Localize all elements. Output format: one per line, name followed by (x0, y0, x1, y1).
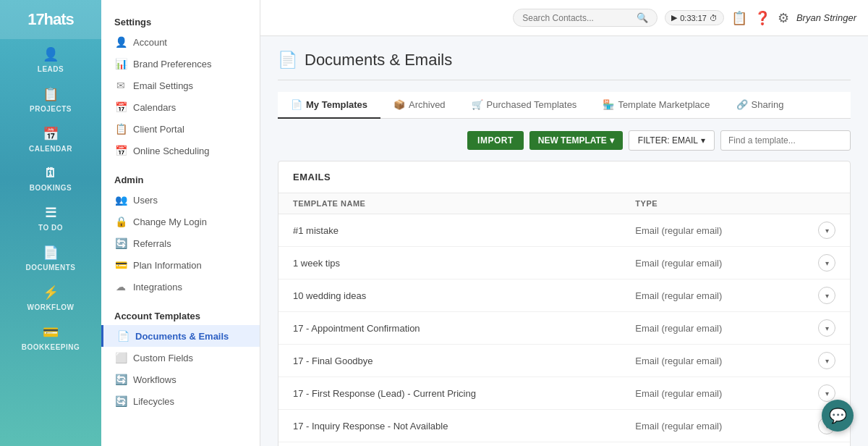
timer-icon: ⏱ (710, 14, 718, 22)
row-dropdown-button[interactable]: ▾ (818, 287, 835, 304)
tab-archived[interactable]: 📦 Archived (380, 92, 459, 119)
integrations-icon: ☁ (114, 281, 127, 293)
tab-archived-icon: 📦 (393, 99, 405, 110)
cell-template-type: Email (regular email) (635, 225, 807, 236)
settings-item-documents-emails[interactable]: 📄 Documents & Emails (101, 325, 260, 347)
settings-item-integrations[interactable]: ☁ Integrations (101, 276, 260, 298)
account-icon: 👤 (114, 36, 127, 48)
table-row: 17 - First Response (Lead) - Current Pri… (278, 377, 850, 410)
help-icon[interactable]: ❓ (754, 10, 770, 26)
todo-icon: ☰ (45, 205, 57, 221)
settings-item-client-portal[interactable]: 📋 Client Portal (101, 118, 260, 140)
table-section-title: EMAILS (278, 161, 850, 193)
table-row: 1 week tips Email (regular email) ▾ (278, 247, 850, 279)
search-input[interactable] (522, 13, 632, 23)
settings-item-workflows[interactable]: 🔄 Workflows (101, 369, 260, 390)
settings-item-online-scheduling[interactable]: 📅 Online Scheduling (101, 140, 260, 161)
logo-area[interactable]: 17hats (0, 0, 101, 39)
settings-item-calendars[interactable]: 📅 Calendars (101, 96, 260, 118)
nav-item-workflow[interactable]: ⚡ WORKFLOW (0, 277, 101, 317)
settings-item-lifecycles[interactable]: 🔄 Lifecycles (101, 390, 260, 412)
nav-item-todo[interactable]: ☰ TO DO (0, 198, 101, 237)
documents-emails-icon: 📄 (116, 330, 129, 342)
settings-item-plan-information[interactable]: 💳 Plan Information (101, 254, 260, 276)
table-row: 17 - Final Goodbye Email (regular email)… (278, 345, 850, 377)
nav-item-documents[interactable]: 📄 DOCUMENTS (0, 237, 101, 277)
account-templates-section-title: Account Templates (101, 305, 260, 325)
cell-template-type: Email (regular email) (635, 388, 807, 399)
chat-icon: 💬 (829, 407, 847, 424)
settings-item-brand-preferences[interactable]: 📊 Brand Preferences (101, 53, 260, 75)
new-template-button[interactable]: NEW TEMPLATE ▾ (529, 131, 623, 150)
nav-item-bookings[interactable]: 🗓 BOOKINGS (0, 159, 101, 198)
play-icon: ▶ (671, 13, 677, 22)
tab-template-marketplace[interactable]: 🏪 Template Marketplace (590, 92, 723, 119)
col-header-template-name: TEMPLATE NAME (293, 199, 635, 208)
table-row: 17 - Appointment Confirmation Email (reg… (278, 312, 850, 345)
row-dropdown-button[interactable]: ▾ (818, 222, 835, 239)
cell-template-type: Email (regular email) (635, 290, 807, 301)
nav-item-calendar[interactable]: 📅 CALENDAR (0, 119, 101, 159)
tab-template-marketplace-icon: 🏪 (603, 99, 614, 110)
import-button[interactable]: IMPORT (467, 131, 524, 150)
calendar-icon: 📅 (43, 126, 59, 142)
template-table: EMAILS TEMPLATE NAME TYPE #1 mistake Ema… (278, 161, 851, 446)
copy-icon[interactable]: 📋 (731, 10, 747, 26)
template-search-input[interactable] (720, 130, 851, 151)
left-navigation: 17hats 👤 LEADS 📋 PROJECTS 📅 CALENDAR 🗓 B… (0, 0, 101, 446)
chat-bubble[interactable]: 💬 (822, 400, 854, 432)
referrals-icon: 🔄 (114, 237, 127, 249)
client-portal-icon: 📋 (114, 123, 127, 135)
col-header-action (807, 199, 835, 208)
page-header: 📄 Documents & Emails (278, 51, 851, 80)
table-header-row: TEMPLATE NAME TYPE (278, 193, 850, 214)
settings-item-users[interactable]: 👥 Users (101, 189, 260, 211)
filter-button[interactable]: FILTER: EMAIL ▾ (629, 130, 715, 151)
bookkeeping-icon: 💳 (43, 324, 59, 340)
email-settings-icon: ✉ (114, 80, 127, 91)
cell-template-name: 17 - Inquiry Response - Not Available (293, 421, 635, 432)
search-box[interactable]: 🔍 (513, 9, 658, 27)
tab-sharing[interactable]: 🔗 Sharing (723, 92, 797, 119)
tab-my-templates-icon: 📄 (291, 99, 302, 110)
nav-item-bookkeeping[interactable]: 💳 BOOKKEEPING (0, 317, 101, 357)
cell-template-type: Email (regular email) (635, 323, 807, 334)
row-dropdown-button[interactable]: ▾ (818, 384, 835, 402)
cell-action: ▾ (807, 222, 835, 239)
row-dropdown-button[interactable]: ▾ (818, 254, 835, 272)
lifecycles-icon: 🔄 (114, 395, 127, 407)
calendars-icon: 📅 (114, 101, 127, 113)
settings-item-account[interactable]: 👤 Account (101, 31, 260, 53)
settings-sidebar: Settings 👤 Account 📊 Brand Preferences ✉… (101, 0, 260, 446)
chevron-down-icon: ▾ (610, 135, 614, 146)
row-dropdown-button[interactable]: ▾ (818, 352, 835, 369)
nav-item-projects[interactable]: 📋 PROJECTS (0, 79, 101, 119)
tab-purchased-templates-icon: 🛒 (472, 99, 483, 110)
settings-section-title: Settings (101, 11, 260, 31)
logo: 17hats (27, 10, 74, 29)
top-bar: 🔍 ▶ 0:33:17 ⏱ 📋 ❓ ⚙ Bryan Stringer (260, 0, 868, 36)
settings-item-change-login[interactable]: 🔒 Change My Login (101, 211, 260, 232)
filter-chevron-icon: ▾ (701, 135, 705, 146)
page-title: Documents & Emails (305, 51, 452, 70)
tab-sharing-icon: 🔗 (736, 99, 748, 110)
tab-my-templates[interactable]: 📄 My Templates (278, 92, 380, 119)
cell-template-type: Email (regular email) (635, 355, 807, 366)
timer-badge[interactable]: ▶ 0:33:17 ⏱ (665, 10, 724, 25)
bookings-icon: 🗓 (44, 166, 58, 181)
username[interactable]: Bryan Stringer (796, 12, 856, 23)
row-dropdown-button[interactable]: ▾ (818, 319, 835, 337)
table-row: 17 - Inquiry Response - Not Available Em… (278, 410, 850, 442)
page-header-icon: 📄 (278, 51, 297, 70)
settings-item-email-settings[interactable]: ✉ Email Settings (101, 75, 260, 96)
settings-item-referrals[interactable]: 🔄 Referrals (101, 232, 260, 254)
cell-template-name: 17 - First Response (Lead) - Current Pri… (293, 388, 635, 399)
tab-purchased-templates[interactable]: 🛒 Purchased Templates (459, 92, 590, 119)
tabs-bar: 📄 My Templates 📦 Archived 🛒 Purchased Te… (278, 92, 851, 119)
users-icon: 👥 (114, 194, 127, 206)
settings-icon[interactable]: ⚙ (778, 10, 789, 26)
settings-item-custom-fields[interactable]: ⬜ Custom Fields (101, 347, 260, 369)
leads-icon: 👤 (43, 46, 59, 62)
projects-icon: 📋 (43, 86, 59, 102)
nav-item-leads[interactable]: 👤 LEADS (0, 39, 101, 79)
